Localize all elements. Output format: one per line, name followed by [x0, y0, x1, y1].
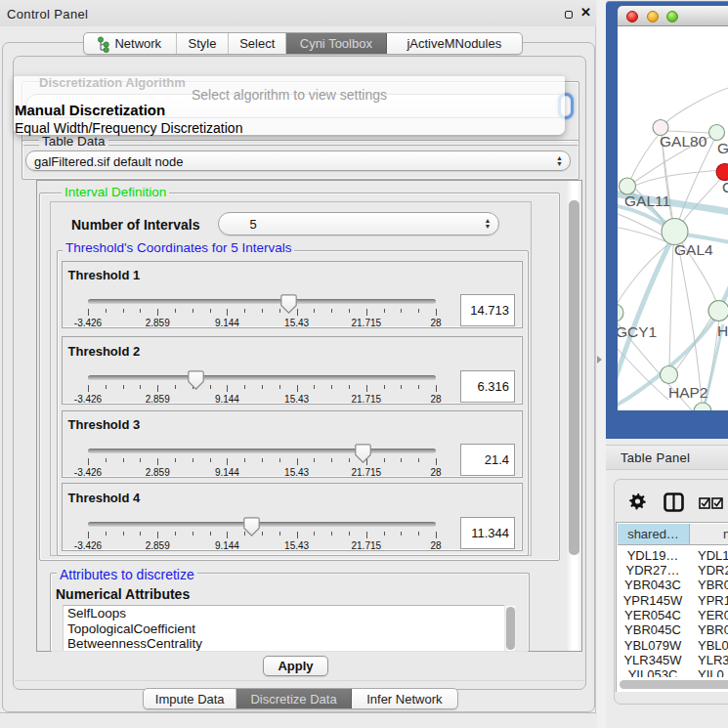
svg-text:GAL4: GAL4 — [674, 241, 713, 258]
svg-text:GAL80: GAL80 — [660, 133, 707, 150]
svg-text:C: C — [722, 179, 728, 195]
svg-text:G: G — [717, 140, 728, 156]
svg-text:GAL11: GAL11 — [624, 193, 670, 209]
svg-text:H: H — [717, 322, 728, 339]
svg-text:GCY1: GCY1 — [618, 323, 657, 340]
svg-text:HAP2: HAP2 — [668, 384, 708, 401]
